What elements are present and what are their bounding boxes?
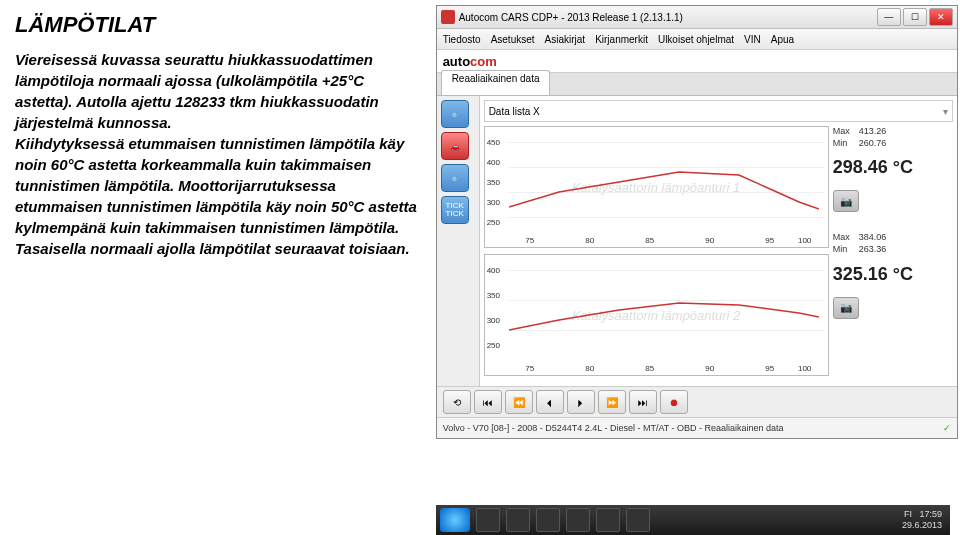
- menu-item[interactable]: Asiakirjat: [545, 34, 586, 45]
- sidebar-button[interactable]: TICK TICK: [441, 196, 469, 224]
- fast-forward-button[interactable]: ⏩: [598, 390, 626, 414]
- play-button[interactable]: ⏵: [567, 390, 595, 414]
- maximize-button[interactable]: ☐: [903, 8, 927, 26]
- status-bar: Volvo - V70 [08-] - 2008 - D5244T4 2.4L …: [437, 417, 957, 438]
- menu-item[interactable]: VIN: [744, 34, 761, 45]
- titlebar: Autocom CARS CDP+ - 2013 Release 1 (2.13…: [437, 6, 957, 29]
- minmax-2: Max384.06 Min263.36: [833, 232, 953, 255]
- skip-back-button[interactable]: ⏮: [474, 390, 502, 414]
- step-back-button[interactable]: ⏴: [536, 390, 564, 414]
- taskbar-icon[interactable]: [626, 508, 650, 532]
- status-ok-icon: ✓: [943, 423, 951, 433]
- current-value-1: 298.46 °C: [833, 157, 953, 178]
- taskbar-icon[interactable]: [566, 508, 590, 532]
- page-title: LÄMPÖTILAT: [15, 10, 421, 41]
- reset-button[interactable]: ⟲: [443, 390, 471, 414]
- snapshot-button[interactable]: 📷: [833, 190, 859, 212]
- menu-item[interactable]: Asetukset: [491, 34, 535, 45]
- chart-1: Katalysaattorin lämpöanturi 1 450 400 35…: [484, 126, 829, 248]
- start-button[interactable]: [440, 508, 470, 532]
- chart-2: Katalysaattorin lämpöanturi 2 400 350 30…: [484, 254, 829, 376]
- taskbar-icon[interactable]: [476, 508, 500, 532]
- skip-forward-button[interactable]: ⏭: [629, 390, 657, 414]
- menu-item[interactable]: Ulkoiset ohjelmat: [658, 34, 734, 45]
- current-value-2: 325.16 °C: [833, 264, 953, 285]
- taskbar-clock[interactable]: FI 17:59 29.6.2013: [902, 509, 946, 531]
- description-text: Viereisessä kuvassa seurattu hiukkassuod…: [15, 49, 421, 259]
- taskbar-icon[interactable]: [506, 508, 530, 532]
- menubar: Tiedosto Asetukset Asiakirjat Kirjanmerk…: [437, 29, 957, 50]
- record-button[interactable]: ⏺: [660, 390, 688, 414]
- menu-item[interactable]: Tiedosto: [443, 34, 481, 45]
- minimize-button[interactable]: —: [877, 8, 901, 26]
- app-window: Autocom CARS CDP+ - 2013 Release 1 (2.13…: [436, 5, 958, 439]
- rewind-button[interactable]: ⏪: [505, 390, 533, 414]
- datalist-dropdown[interactable]: Data lista X ▾: [484, 100, 953, 122]
- description-panel: LÄMPÖTILAT Viereisessä kuvassa seurattu …: [0, 0, 436, 535]
- menu-item[interactable]: Kirjanmerkit: [595, 34, 648, 45]
- chevron-down-icon: ▾: [943, 106, 948, 117]
- sidebar-button[interactable]: ⟐: [441, 164, 469, 192]
- snapshot-button[interactable]: 📷: [833, 297, 859, 319]
- windows-taskbar: FI 17:59 29.6.2013: [436, 505, 950, 535]
- app-icon: [441, 10, 455, 24]
- tab-realtime[interactable]: Reaaliaikainen data: [441, 70, 551, 95]
- sidebar-button[interactable]: ⟐: [441, 100, 469, 128]
- taskbar-icon[interactable]: [536, 508, 560, 532]
- tab-row: Reaaliaikainen data: [437, 73, 957, 96]
- menu-item[interactable]: Apua: [771, 34, 794, 45]
- minmax-1: Max413.26 Min260.76: [833, 126, 953, 149]
- readout-panel: Max413.26 Min260.76 298.46 °C 📷 Max384.0…: [833, 126, 953, 382]
- transport-bar: ⟲ ⏮ ⏪ ⏴ ⏵ ⏩ ⏭ ⏺: [437, 386, 957, 417]
- close-button[interactable]: ✕: [929, 8, 953, 26]
- window-title: Autocom CARS CDP+ - 2013 Release 1 (2.13…: [459, 12, 683, 23]
- sidebar: ⟐ 🚗 ⟐ TICK TICK: [437, 96, 480, 386]
- sidebar-button-active[interactable]: 🚗: [441, 132, 469, 160]
- taskbar-icon[interactable]: [596, 508, 620, 532]
